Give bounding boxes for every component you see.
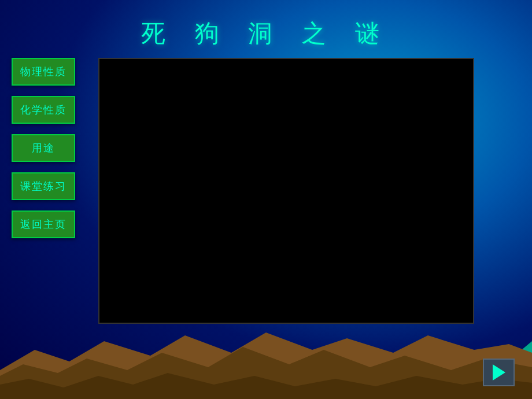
next-button[interactable] (483, 359, 515, 386)
nav-button-exercise[interactable]: 课堂练习 (12, 172, 75, 200)
nav-button-usage[interactable]: 用途 (12, 134, 75, 162)
nav-button-home[interactable]: 返回主页 (12, 210, 75, 238)
nav-button-chemistry[interactable]: 化学性质 (12, 96, 75, 124)
main-content: 死 狗 洞 之 谜 物理性质 化学性质 用途 课堂练习 返回主页 (0, 0, 532, 399)
nav-button-physics[interactable]: 物理性质 (12, 58, 75, 86)
page-title: 死 狗 洞 之 谜 (0, 0, 532, 50)
next-icon (493, 364, 505, 380)
nav-buttons-container: 物理性质 化学性质 用途 课堂练习 返回主页 (12, 58, 75, 238)
video-display-area (98, 58, 474, 324)
